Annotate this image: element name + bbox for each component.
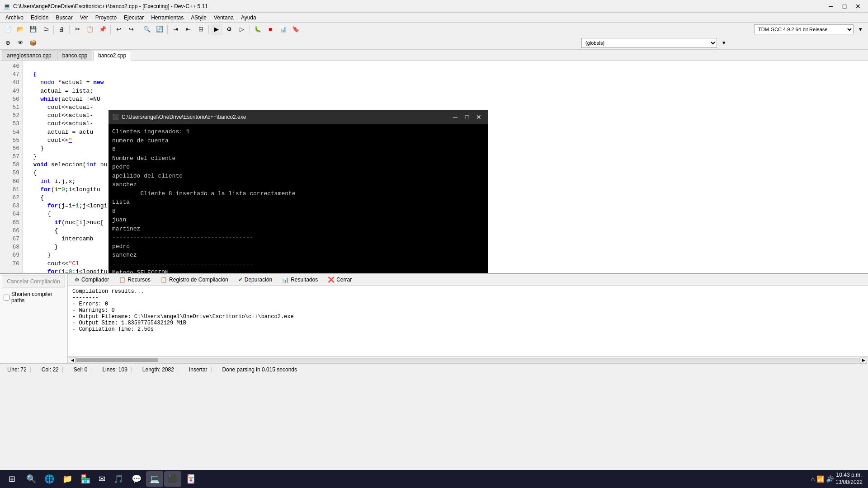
tab-banco[interactable]: banco.cpp xyxy=(57,50,92,60)
print-button[interactable]: 🖨 xyxy=(56,24,67,35)
editor-area: 4647484950 5152535455 5657585960 6162636… xyxy=(0,61,868,273)
cut-button[interactable]: ✂ xyxy=(71,24,83,35)
folder-icon: 📁 xyxy=(62,474,72,484)
bottom-tab-registro[interactable]: 📋 Registro de Compilación xyxy=(156,275,233,285)
console-taskbar-button[interactable]: ⬛ xyxy=(164,471,181,487)
scroll-thumb[interactable] xyxy=(76,358,158,362)
bottom-tab-depuracion[interactable]: ✔ Depuración xyxy=(233,275,277,285)
menu-ventana[interactable]: Ventana xyxy=(210,14,237,22)
mail-taskbar-button[interactable]: ✉ xyxy=(95,471,109,487)
status-bar: Line: 72 Col: 22 Sel: 0 Lines: 109 Lengt… xyxy=(0,363,868,375)
scope-dropdown-arrow[interactable]: ▾ xyxy=(718,38,730,48)
menu-ejecutar[interactable]: Ejecutar xyxy=(120,14,147,22)
unindent-button[interactable]: ⇤ xyxy=(182,24,194,35)
start-button[interactable]: ⊞ xyxy=(2,471,22,487)
edge-icon: 🌐 xyxy=(44,474,54,484)
bottom-tab-compilador[interactable]: ⚙ Compilador xyxy=(70,275,114,285)
menu-edicion[interactable]: Edición xyxy=(27,14,52,22)
compile-run-button[interactable]: ▶ xyxy=(211,24,222,35)
debug-button[interactable]: 🐛 xyxy=(252,24,264,35)
registro-icon: 📋 xyxy=(160,277,167,283)
profile-button[interactable]: 📊 xyxy=(277,24,289,35)
taskbar-clock: 10:43 p.m. 13/08/2022 xyxy=(835,472,863,486)
toggle-button[interactable]: ⊞ xyxy=(195,24,207,35)
shorten-compiler-paths-checkbox[interactable] xyxy=(4,295,9,300)
console-content[interactable]: Clientes ingresados: 1 numero de cuenta … xyxy=(108,124,488,273)
store-icon: 🏪 xyxy=(80,474,90,484)
devcpp-icon: 💻 xyxy=(150,474,160,484)
tab-bar: arreglosbanco.cpp banco.cpp banco2.cpp xyxy=(0,50,868,61)
taskbar-date-text: 13/08/2022 xyxy=(835,479,863,486)
undo-button[interactable]: ↩ xyxy=(113,24,124,35)
output-line-2: -------- xyxy=(72,295,863,301)
taskbar-right: ⌂ 📶 🔊 10:43 p.m. 13/08/2022 xyxy=(811,472,866,486)
output-line-7: - Compilation Time: 2.50s xyxy=(72,326,863,333)
status-sel: Sel: 0 xyxy=(70,366,92,373)
menu-proyecto[interactable]: Proyecto xyxy=(92,14,120,22)
replace-button[interactable]: 🔄 xyxy=(154,24,165,35)
console-maximize-button[interactable]: □ xyxy=(461,111,473,123)
bottom-tab-cerrar[interactable]: ❌ Cerrar xyxy=(323,275,357,285)
horizontal-scrollbar[interactable]: ◀ ▶ xyxy=(68,356,868,363)
explorer-taskbar-button[interactable]: 📁 xyxy=(59,471,76,487)
bottom-tab-resultados[interactable]: 📊 Resultados xyxy=(277,275,323,285)
scroll-right-button[interactable]: ▶ xyxy=(860,357,867,363)
minimize-button[interactable]: ─ xyxy=(825,1,837,11)
menu-ver[interactable]: Ver xyxy=(76,14,92,22)
console-close-button[interactable]: ✕ xyxy=(473,111,485,123)
compiler-dropdown[interactable]: TDM-GCC 4.9.2 64-bit Release xyxy=(754,24,854,34)
discord-taskbar-button[interactable]: 💬 xyxy=(128,471,145,487)
separator-7 xyxy=(250,25,250,34)
copy-button[interactable]: 📋 xyxy=(84,24,96,35)
title-text: C:\Users\angel\OneDrive\Escritorio\c++\b… xyxy=(13,3,825,9)
search-taskbar-button[interactable]: 🔍 xyxy=(23,471,40,487)
search-button[interactable]: 🔍 xyxy=(141,24,153,35)
scope-dropdown[interactable]: (globals) xyxy=(581,38,717,48)
bottom-tab-recursos[interactable]: 📋 Recursos xyxy=(114,275,156,285)
status-col: Col: 22 xyxy=(38,366,63,373)
tab-arreglosbanco[interactable]: arreglosbanco.cpp xyxy=(2,50,57,60)
devcpp-taskbar-button[interactable]: 💻 xyxy=(146,471,163,487)
close-button[interactable]: ✕ xyxy=(852,1,864,11)
redo-button[interactable]: ↪ xyxy=(125,24,137,35)
compile-button[interactable]: ⚙ xyxy=(223,24,235,35)
debug2-button[interactable]: ⊕ xyxy=(2,38,14,48)
separator-3 xyxy=(110,25,111,34)
separator-2 xyxy=(69,25,70,34)
save-button[interactable]: 💾 xyxy=(27,24,39,35)
indent-button[interactable]: ⇥ xyxy=(170,24,181,35)
start-icon: ⊞ xyxy=(9,474,15,484)
status-lines: Lines: 109 xyxy=(99,366,131,373)
maximize-button[interactable]: □ xyxy=(838,1,851,11)
console-minimize-button[interactable]: ─ xyxy=(449,111,461,123)
new-button[interactable]: 📄 xyxy=(2,24,14,35)
edge-taskbar-button[interactable]: 🌐 xyxy=(41,471,58,487)
watch-button[interactable]: 👁 xyxy=(14,38,26,48)
stop-button[interactable]: ■ xyxy=(264,24,276,35)
menu-ayuda[interactable]: Ayuda xyxy=(237,14,260,22)
output-line-3: - Errors: 0 xyxy=(72,301,863,307)
menu-archivo[interactable]: Archivo xyxy=(2,14,27,22)
taskbar-time-text: 10:43 p.m. xyxy=(835,472,863,479)
menu-astyle[interactable]: AStyle xyxy=(187,14,210,22)
spotify-taskbar-button[interactable]: 🎵 xyxy=(110,471,127,487)
paste-button[interactable]: 📌 xyxy=(97,24,108,35)
cancel-compilation-button[interactable]: Cancelar Compilación xyxy=(2,276,65,287)
bottom-area: Cancelar Compilación Shorten compiler pa… xyxy=(0,273,868,363)
open-button[interactable]: 📂 xyxy=(14,24,26,35)
run-button[interactable]: ▷ xyxy=(236,24,248,35)
scroll-left-button[interactable]: ◀ xyxy=(69,357,76,363)
menu-buscar[interactable]: Buscar xyxy=(52,14,76,22)
bookmark-button[interactable]: 🔖 xyxy=(290,24,302,35)
tab-banco2[interactable]: banco2.cpp xyxy=(93,51,131,61)
compiler-dropdown-arrow[interactable]: ▾ xyxy=(854,24,866,35)
app-taskbar-button[interactable]: 🃏 xyxy=(182,471,199,487)
bottom-main: ⚙ Compilador 📋 Recursos 📋 Registro de Co… xyxy=(68,274,868,363)
menu-herramientas[interactable]: Herramientas xyxy=(147,14,187,22)
status-length: Length: 2082 xyxy=(139,366,178,373)
output-line-1: Compilation results... xyxy=(72,288,863,295)
class-button[interactable]: 📦 xyxy=(27,38,39,48)
save-all-button[interactable]: 🗂 xyxy=(40,24,52,35)
store-taskbar-button[interactable]: 🏪 xyxy=(77,471,94,487)
taskbar: ⊞ 🔍 🌐 📁 🏪 ✉ 🎵 💬 💻 ⬛ 🃏 ⌂ 📶 🔊 10:43 p.m. 1… xyxy=(0,470,868,488)
